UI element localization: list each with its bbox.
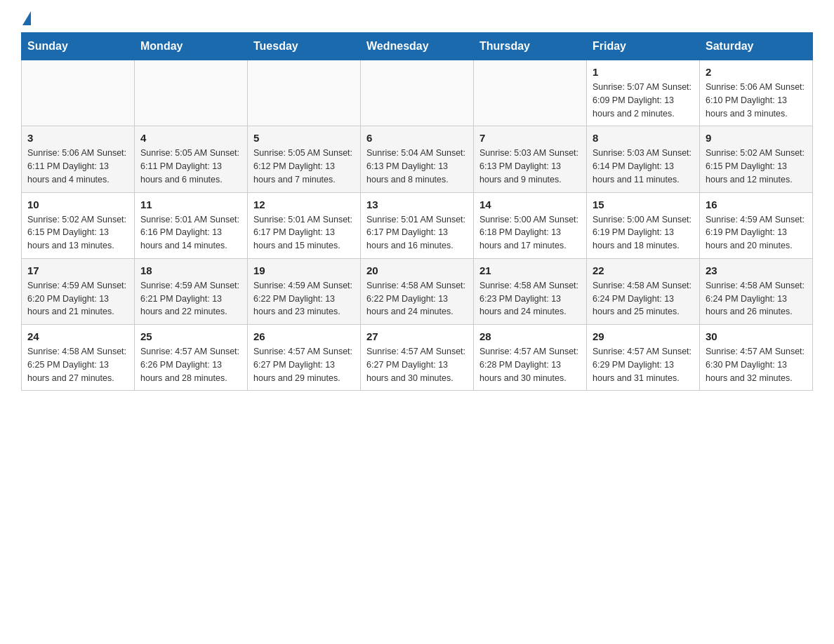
day-number: 29: [593, 330, 694, 342]
day-info: Sunrise: 4:59 AM Sunset: 6:19 PM Dayligh…: [706, 213, 807, 253]
day-number: 2: [706, 66, 807, 78]
day-info: Sunrise: 4:59 AM Sunset: 6:20 PM Dayligh…: [27, 279, 128, 318]
calendar-cell: [22, 60, 135, 126]
calendar-cell: 9Sunrise: 5:02 AM Sunset: 6:15 PM Daylig…: [700, 126, 813, 192]
day-info: Sunrise: 4:58 AM Sunset: 6:22 PM Dayligh…: [366, 279, 468, 318]
day-info: Sunrise: 5:01 AM Sunset: 6:17 PM Dayligh…: [366, 213, 468, 253]
day-number: 26: [253, 330, 355, 342]
day-number: 17: [27, 264, 128, 276]
day-info: Sunrise: 4:57 AM Sunset: 6:26 PM Dayligh…: [140, 345, 241, 384]
day-info: Sunrise: 5:03 AM Sunset: 6:14 PM Dayligh…: [593, 147, 694, 186]
weekday-header-sunday: Sunday: [22, 33, 135, 60]
day-info: Sunrise: 5:06 AM Sunset: 6:11 PM Dayligh…: [27, 147, 128, 186]
day-number: 1: [593, 66, 694, 78]
calendar-cell: 16Sunrise: 4:59 AM Sunset: 6:19 PM Dayli…: [700, 192, 813, 258]
calendar-cell: 26Sunrise: 4:57 AM Sunset: 6:27 PM Dayli…: [248, 325, 361, 391]
calendar-cell: 27Sunrise: 4:57 AM Sunset: 6:27 PM Dayli…: [361, 325, 474, 391]
calendar-cell: 4Sunrise: 5:05 AM Sunset: 6:11 PM Daylig…: [135, 126, 248, 192]
calendar-cell: 19Sunrise: 4:59 AM Sunset: 6:22 PM Dayli…: [248, 258, 361, 324]
calendar-cell: 30Sunrise: 4:57 AM Sunset: 6:30 PM Dayli…: [700, 325, 813, 391]
day-info: Sunrise: 4:57 AM Sunset: 6:28 PM Dayligh…: [479, 345, 581, 384]
day-info: Sunrise: 5:00 AM Sunset: 6:18 PM Dayligh…: [479, 213, 581, 253]
calendar-cell: [248, 60, 361, 126]
calendar-cell: 10Sunrise: 5:02 AM Sunset: 6:15 PM Dayli…: [22, 192, 135, 258]
day-info: Sunrise: 5:06 AM Sunset: 6:10 PM Dayligh…: [706, 81, 807, 120]
day-info: Sunrise: 5:01 AM Sunset: 6:17 PM Dayligh…: [253, 213, 355, 253]
calendar-cell: 7Sunrise: 5:03 AM Sunset: 6:13 PM Daylig…: [474, 126, 587, 192]
calendar-cell: 6Sunrise: 5:04 AM Sunset: 6:13 PM Daylig…: [361, 126, 474, 192]
calendar-cell: 5Sunrise: 5:05 AM Sunset: 6:12 PM Daylig…: [248, 126, 361, 192]
day-info: Sunrise: 4:58 AM Sunset: 6:23 PM Dayligh…: [479, 279, 581, 318]
day-info: Sunrise: 4:57 AM Sunset: 6:27 PM Dayligh…: [253, 345, 355, 384]
weekday-header-monday: Monday: [135, 33, 248, 60]
day-info: Sunrise: 5:01 AM Sunset: 6:16 PM Dayligh…: [140, 213, 241, 253]
day-number: 4: [140, 132, 241, 144]
calendar-week-row: 17Sunrise: 4:59 AM Sunset: 6:20 PM Dayli…: [22, 258, 813, 324]
calendar-cell: 25Sunrise: 4:57 AM Sunset: 6:26 PM Dayli…: [135, 325, 248, 391]
day-info: Sunrise: 4:59 AM Sunset: 6:22 PM Dayligh…: [253, 279, 355, 318]
calendar-week-row: 10Sunrise: 5:02 AM Sunset: 6:15 PM Dayli…: [22, 192, 813, 258]
calendar-cell: 1Sunrise: 5:07 AM Sunset: 6:09 PM Daylig…: [587, 60, 700, 126]
day-info: Sunrise: 5:00 AM Sunset: 6:19 PM Dayligh…: [593, 213, 694, 253]
calendar-cell: 22Sunrise: 4:58 AM Sunset: 6:24 PM Dayli…: [587, 258, 700, 324]
calendar-week-row: 24Sunrise: 4:58 AM Sunset: 6:25 PM Dayli…: [22, 325, 813, 391]
day-number: 23: [706, 264, 807, 276]
day-number: 20: [366, 264, 468, 276]
day-number: 16: [706, 199, 807, 210]
calendar-cell: 29Sunrise: 4:57 AM Sunset: 6:29 PM Dayli…: [587, 325, 700, 391]
weekday-header-thursday: Thursday: [474, 33, 587, 60]
calendar-week-row: 1Sunrise: 5:07 AM Sunset: 6:09 PM Daylig…: [22, 60, 813, 126]
calendar-cell: 2Sunrise: 5:06 AM Sunset: 6:10 PM Daylig…: [700, 60, 813, 126]
day-info: Sunrise: 4:59 AM Sunset: 6:21 PM Dayligh…: [140, 279, 241, 318]
day-number: 11: [140, 199, 241, 210]
day-number: 28: [479, 330, 581, 342]
day-number: 27: [366, 330, 468, 342]
page-header: [21, 14, 813, 25]
day-number: 6: [366, 132, 468, 144]
day-number: 13: [366, 199, 468, 210]
calendar-cell: [135, 60, 248, 126]
calendar-cell: 21Sunrise: 4:58 AM Sunset: 6:23 PM Dayli…: [474, 258, 587, 324]
day-info: Sunrise: 5:02 AM Sunset: 6:15 PM Dayligh…: [706, 147, 807, 186]
calendar-cell: 14Sunrise: 5:00 AM Sunset: 6:18 PM Dayli…: [474, 192, 587, 258]
day-number: 8: [593, 132, 694, 144]
day-number: 19: [253, 264, 355, 276]
weekday-header-friday: Friday: [587, 33, 700, 60]
day-info: Sunrise: 4:57 AM Sunset: 6:27 PM Dayligh…: [366, 345, 468, 384]
day-info: Sunrise: 4:58 AM Sunset: 6:25 PM Dayligh…: [27, 345, 128, 384]
calendar-week-row: 3Sunrise: 5:06 AM Sunset: 6:11 PM Daylig…: [22, 126, 813, 192]
calendar-cell: 15Sunrise: 5:00 AM Sunset: 6:19 PM Dayli…: [587, 192, 700, 258]
calendar-cell: [361, 60, 474, 126]
calendar-cell: 17Sunrise: 4:59 AM Sunset: 6:20 PM Dayli…: [22, 258, 135, 324]
calendar-cell: 18Sunrise: 4:59 AM Sunset: 6:21 PM Dayli…: [135, 258, 248, 324]
calendar-cell: 11Sunrise: 5:01 AM Sunset: 6:16 PM Dayli…: [135, 192, 248, 258]
day-number: 7: [479, 132, 581, 144]
day-number: 3: [27, 132, 128, 144]
logo: [21, 14, 31, 25]
weekday-header-tuesday: Tuesday: [248, 33, 361, 60]
day-number: 5: [253, 132, 355, 144]
day-info: Sunrise: 4:58 AM Sunset: 6:24 PM Dayligh…: [593, 279, 694, 318]
calendar-cell: 24Sunrise: 4:58 AM Sunset: 6:25 PM Dayli…: [22, 325, 135, 391]
calendar-cell: 13Sunrise: 5:01 AM Sunset: 6:17 PM Dayli…: [361, 192, 474, 258]
day-number: 14: [479, 199, 581, 210]
day-number: 24: [27, 330, 128, 342]
weekday-header-wednesday: Wednesday: [361, 33, 474, 60]
day-info: Sunrise: 5:05 AM Sunset: 6:11 PM Dayligh…: [140, 147, 241, 186]
day-number: 22: [593, 264, 694, 276]
day-info: Sunrise: 4:58 AM Sunset: 6:24 PM Dayligh…: [706, 279, 807, 318]
day-number: 18: [140, 264, 241, 276]
calendar-cell: 3Sunrise: 5:06 AM Sunset: 6:11 PM Daylig…: [22, 126, 135, 192]
day-info: Sunrise: 5:04 AM Sunset: 6:13 PM Dayligh…: [366, 147, 468, 186]
calendar-cell: 20Sunrise: 4:58 AM Sunset: 6:22 PM Dayli…: [361, 258, 474, 324]
day-number: 15: [593, 199, 694, 210]
weekday-header-saturday: Saturday: [700, 33, 813, 60]
day-number: 12: [253, 199, 355, 210]
day-number: 25: [140, 330, 241, 342]
calendar-cell: 12Sunrise: 5:01 AM Sunset: 6:17 PM Dayli…: [248, 192, 361, 258]
day-info: Sunrise: 4:57 AM Sunset: 6:29 PM Dayligh…: [593, 345, 694, 384]
calendar-cell: 28Sunrise: 4:57 AM Sunset: 6:28 PM Dayli…: [474, 325, 587, 391]
calendar-cell: 23Sunrise: 4:58 AM Sunset: 6:24 PM Dayli…: [700, 258, 813, 324]
day-number: 10: [27, 199, 128, 210]
logo-triangle-icon: [22, 11, 31, 25]
